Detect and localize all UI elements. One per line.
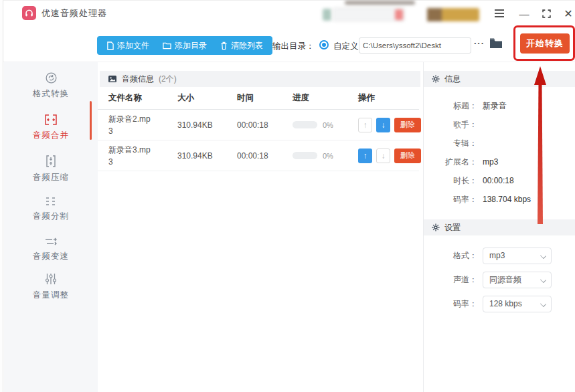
start-convert-button[interactable]: 开始转换	[520, 33, 570, 54]
col-actions: 操作	[358, 92, 419, 104]
info-label: 时长：	[424, 175, 477, 187]
info-value: mp3	[483, 157, 498, 167]
output-dir-label: 输出目录：	[272, 41, 315, 52]
file-panel-title: 音频信息	[122, 74, 154, 85]
app-window: 优速音频处理器 — ✕ 添加文件 添加目录	[3, 0, 575, 392]
progress-bar	[293, 152, 317, 159]
col-time: 时间	[237, 92, 293, 104]
output-path-input[interactable]	[359, 37, 471, 54]
settings-panel-header: 设置	[424, 219, 575, 235]
minimize-button[interactable]: —	[517, 7, 531, 19]
file-size: 310.94KB	[177, 120, 237, 130]
format-value: mp3	[489, 251, 505, 260]
close-button[interactable]: ✕	[562, 7, 575, 19]
chevron-down-icon	[540, 253, 546, 259]
table-header: 文件名称 大小 时间 进度 操作	[98, 87, 419, 110]
add-file-button[interactable]: 添加文件	[106, 40, 149, 52]
info-value: 00:00:18	[483, 176, 514, 185]
app-logo-headphones-icon	[22, 6, 36, 20]
add-directory-label: 添加目录	[175, 40, 207, 52]
delete-button[interactable]: 删除	[394, 118, 421, 132]
gear-icon	[432, 223, 440, 231]
file-action-group: 添加文件 添加目录 清除列表	[97, 36, 272, 55]
table-row: 新录音3.mp3 310.94KB 00:00:18 0% ↑ ↓ 删除	[98, 140, 419, 171]
sidebar-nav: 格式转换 音频合并 音频压缩 音频分割 音频变速 音量调整	[4, 62, 98, 392]
active-tab-indicator	[90, 101, 92, 140]
format-select[interactable]: mp3	[483, 248, 552, 264]
trash-icon	[220, 41, 228, 50]
settings-fields: 格式： mp3 声道： 同源音频 码率： 128 kbps	[424, 243, 575, 316]
sidebar-label: 格式转换	[33, 88, 69, 100]
setting-label: 格式：	[424, 250, 477, 262]
sidebar-label: 音量调整	[33, 290, 69, 301]
setting-label: 声道：	[424, 274, 477, 286]
browse-more-button[interactable]: ···	[474, 38, 485, 48]
folder-icon	[163, 41, 171, 50]
clear-list-button[interactable]: 清除列表	[220, 40, 263, 52]
info-fields: 标题：新录音 歌手： 专辑： 扩展名：mp3 时长：00:00:18 码率：13…	[424, 96, 575, 209]
sidebar-item-audio-split[interactable]: 音频分割	[4, 189, 98, 228]
audio-speed-icon	[44, 236, 58, 247]
custom-radio[interactable]	[319, 40, 329, 50]
sidebar-item-volume-adjust[interactable]: 音量调整	[4, 267, 98, 306]
window-title: 优速音频处理器	[42, 7, 107, 19]
maximize-button[interactable]	[540, 7, 553, 19]
right-panel: 信息 标题：新录音 歌手： 专辑： 扩展名：mp3 时长：00:00:18 码率…	[424, 62, 575, 392]
col-progress: 进度	[293, 92, 358, 104]
info-label: 标题：	[424, 100, 477, 112]
info-panel-header: 信息	[424, 71, 575, 87]
move-up-button[interactable]: ↑	[358, 118, 372, 132]
redacted-pill	[333, 7, 405, 21]
sidebar-label: 音频变速	[33, 251, 69, 262]
info-label: 歌手：	[424, 119, 477, 130]
info-label: 扩展名：	[424, 157, 477, 168]
move-down-button[interactable]: ↓	[376, 118, 390, 132]
info-label: 专辑：	[424, 138, 477, 149]
channel-select[interactable]: 同源音频	[483, 272, 552, 288]
col-size: 大小	[177, 92, 237, 104]
setting-label: 码率：	[424, 298, 477, 310]
file-time: 00:00:18	[237, 151, 293, 161]
file-panel-header: 音频信息 (2个)	[100, 71, 420, 87]
table-row: 新录音2.mp3 310.94KB 00:00:18 0% ↑ ↓ 删除	[98, 110, 419, 140]
gear-icon	[432, 75, 440, 83]
file-name: 新录音2.mp3	[108, 113, 151, 137]
volume-adjust-icon	[45, 272, 57, 286]
add-file-label: 添加文件	[117, 40, 149, 52]
file-list-panel: 音频信息 (2个) 文件名称 大小 时间 进度 操作 新录音2.mp3 310.…	[98, 62, 423, 392]
file-time: 00:00:18	[237, 120, 293, 130]
info-panel-title: 信息	[444, 74, 461, 85]
move-down-button[interactable]: ↓	[376, 149, 390, 163]
audio-merge-icon	[44, 114, 58, 126]
move-up-button[interactable]: ↑	[358, 149, 372, 163]
file-name: 新录音3.mp3	[108, 144, 151, 168]
menu-icon[interactable]	[493, 7, 506, 19]
sidebar-item-format-convert[interactable]: 格式转换	[4, 66, 98, 105]
delete-button[interactable]: 删除	[394, 149, 421, 163]
info-value: 138.704 kbps	[483, 195, 531, 204]
title-bar: 优速音频处理器 — ✕	[3, 1, 575, 25]
channel-value: 同源音频	[489, 274, 521, 286]
file-icon	[106, 41, 114, 50]
progress-bar	[293, 121, 317, 128]
sidebar-label: 音频分割	[33, 211, 69, 222]
sidebar-label: 音频压缩	[33, 172, 69, 183]
bitrate-select[interactable]: 128 kbps	[483, 296, 552, 312]
info-label: 码率：	[424, 194, 477, 205]
info-value: 新录音	[483, 100, 507, 112]
sidebar-item-audio-speed[interactable]: 音频变速	[4, 229, 98, 268]
progress-percent: 0%	[323, 152, 333, 160]
sidebar-item-audio-compress[interactable]: 音频压缩	[4, 149, 98, 188]
file-count: (2个)	[159, 74, 177, 85]
sidebar-item-audio-merge[interactable]: 音频合并	[4, 108, 98, 146]
open-folder-icon[interactable]	[489, 37, 503, 49]
sidebar-label: 音频合并	[33, 130, 69, 141]
audio-info-icon	[108, 75, 117, 83]
progress-percent: 0%	[323, 121, 333, 129]
chevron-down-icon	[540, 277, 546, 283]
add-directory-button[interactable]: 添加目录	[163, 40, 207, 52]
file-size: 310.94KB	[177, 151, 237, 161]
clear-list-label: 清除列表	[231, 40, 263, 52]
toolbar: 添加文件 添加目录 清除列表 输出目录： 自定义 ··· 开始转换	[3, 25, 575, 62]
custom-option-label: 自定义	[333, 41, 359, 52]
